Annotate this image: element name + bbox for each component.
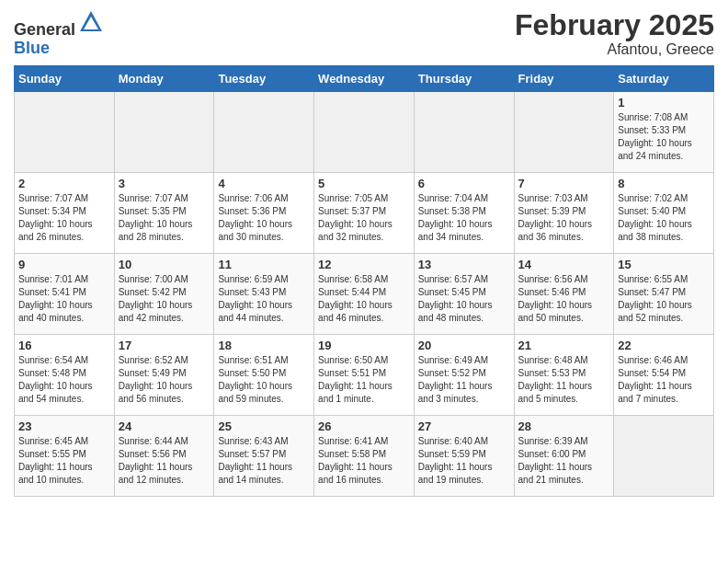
day-detail: Sunrise: 6:45 AM Sunset: 5:55 PM Dayligh…: [18, 435, 110, 487]
day-number: 24: [119, 419, 210, 433]
day-detail: Sunrise: 6:40 AM Sunset: 5:59 PM Dayligh…: [418, 435, 510, 487]
weekday-header-tuesday: Tuesday: [214, 66, 314, 92]
page-container: General Blue February 2025 Afantou, Gree…: [0, 0, 728, 506]
calendar-cell: 21Sunrise: 6:48 AM Sunset: 5:53 PM Dayli…: [514, 335, 614, 416]
day-number: 3: [119, 177, 210, 190]
day-number: 19: [318, 339, 410, 352]
day-number: 1: [618, 96, 710, 109]
weekday-header-saturday: Saturday: [614, 66, 714, 92]
calendar-cell: 8Sunrise: 7:02 AM Sunset: 5:40 PM Daylig…: [614, 173, 714, 254]
calendar-cell: [614, 416, 714, 497]
calendar-cell: 11Sunrise: 6:59 AM Sunset: 5:43 PM Dayli…: [214, 254, 314, 335]
day-number: 6: [418, 177, 510, 190]
calendar-cell: 5Sunrise: 7:05 AM Sunset: 5:37 PM Daylig…: [314, 173, 415, 254]
day-detail: Sunrise: 7:02 AM Sunset: 5:40 PM Dayligh…: [618, 192, 710, 244]
day-detail: Sunrise: 7:08 AM Sunset: 5:33 PM Dayligh…: [618, 111, 710, 163]
day-number: 25: [218, 419, 310, 433]
calendar-week-row: 16Sunrise: 6:54 AM Sunset: 5:48 PM Dayli…: [15, 335, 714, 416]
calendar-cell: 27Sunrise: 6:40 AM Sunset: 5:59 PM Dayli…: [414, 416, 514, 497]
calendar-cell: 19Sunrise: 6:50 AM Sunset: 5:51 PM Dayli…: [314, 335, 415, 416]
calendar-cell: 26Sunrise: 6:41 AM Sunset: 5:58 PM Dayli…: [314, 416, 415, 497]
day-number: 7: [518, 177, 610, 190]
calendar-week-row: 1Sunrise: 7:08 AM Sunset: 5:33 PM Daylig…: [15, 92, 714, 173]
calendar-cell: 15Sunrise: 6:55 AM Sunset: 5:47 PM Dayli…: [614, 254, 714, 335]
day-number: 26: [318, 419, 410, 433]
day-detail: Sunrise: 6:52 AM Sunset: 5:49 PM Dayligh…: [119, 354, 210, 406]
day-number: 13: [418, 258, 510, 271]
calendar-cell: 9Sunrise: 7:01 AM Sunset: 5:41 PM Daylig…: [15, 254, 115, 335]
calendar-cell: 2Sunrise: 7:07 AM Sunset: 5:34 PM Daylig…: [15, 173, 115, 254]
calendar-cell: [15, 92, 115, 173]
day-detail: Sunrise: 7:04 AM Sunset: 5:38 PM Dayligh…: [418, 192, 510, 244]
calendar-cell: 23Sunrise: 6:45 AM Sunset: 5:55 PM Dayli…: [15, 416, 115, 497]
logo-icon: [78, 9, 104, 35]
calendar-cell: 6Sunrise: 7:04 AM Sunset: 5:38 PM Daylig…: [414, 173, 514, 254]
logo-blue-text: Blue: [14, 39, 50, 57]
weekday-header-monday: Monday: [114, 66, 214, 92]
calendar-week-row: 23Sunrise: 6:45 AM Sunset: 5:55 PM Dayli…: [15, 416, 714, 497]
day-detail: Sunrise: 7:05 AM Sunset: 5:37 PM Dayligh…: [318, 192, 410, 244]
day-number: 17: [119, 339, 210, 352]
day-detail: Sunrise: 6:49 AM Sunset: 5:52 PM Dayligh…: [418, 354, 510, 406]
day-number: 4: [218, 177, 310, 190]
day-detail: Sunrise: 6:43 AM Sunset: 5:57 PM Dayligh…: [218, 435, 310, 487]
day-detail: Sunrise: 6:50 AM Sunset: 5:51 PM Dayligh…: [318, 354, 410, 406]
day-detail: Sunrise: 6:59 AM Sunset: 5:43 PM Dayligh…: [218, 273, 310, 325]
calendar-cell: [414, 92, 514, 173]
day-detail: Sunrise: 6:55 AM Sunset: 5:47 PM Dayligh…: [618, 273, 710, 325]
weekday-header-friday: Friday: [514, 66, 614, 92]
calendar-cell: 20Sunrise: 6:49 AM Sunset: 5:52 PM Dayli…: [414, 335, 514, 416]
logo: General Blue: [14, 9, 104, 58]
day-number: 10: [119, 258, 210, 271]
calendar-cell: 28Sunrise: 6:39 AM Sunset: 6:00 PM Dayli…: [514, 416, 614, 497]
calendar-cell: 10Sunrise: 7:00 AM Sunset: 5:42 PM Dayli…: [114, 254, 214, 335]
day-number: 16: [18, 339, 110, 352]
day-number: 5: [318, 177, 410, 190]
page-header: General Blue February 2025 Afantou, Gree…: [14, 9, 714, 58]
calendar-cell: 17Sunrise: 6:52 AM Sunset: 5:49 PM Dayli…: [114, 335, 214, 416]
calendar-week-row: 2Sunrise: 7:07 AM Sunset: 5:34 PM Daylig…: [15, 173, 714, 254]
calendar-cell: 4Sunrise: 7:06 AM Sunset: 5:36 PM Daylig…: [214, 173, 314, 254]
logo-general-text: General: [14, 20, 75, 39]
weekday-header-sunday: Sunday: [15, 66, 115, 92]
day-number: 11: [218, 258, 310, 271]
title-block: February 2025 Afantou, Greece: [515, 9, 714, 58]
day-detail: Sunrise: 7:01 AM Sunset: 5:41 PM Dayligh…: [18, 273, 110, 325]
day-detail: Sunrise: 6:57 AM Sunset: 5:45 PM Dayligh…: [418, 273, 510, 325]
calendar-subtitle: Afantou, Greece: [515, 41, 714, 58]
day-number: 23: [18, 419, 110, 433]
weekday-header-thursday: Thursday: [414, 66, 514, 92]
day-detail: Sunrise: 7:06 AM Sunset: 5:36 PM Dayligh…: [218, 192, 310, 244]
weekday-header-wednesday: Wednesday: [314, 66, 415, 92]
calendar-week-row: 9Sunrise: 7:01 AM Sunset: 5:41 PM Daylig…: [15, 254, 714, 335]
day-detail: Sunrise: 6:46 AM Sunset: 5:54 PM Dayligh…: [618, 354, 710, 406]
day-detail: Sunrise: 7:00 AM Sunset: 5:42 PM Dayligh…: [119, 273, 210, 325]
day-number: 20: [418, 339, 510, 352]
day-number: 21: [518, 339, 610, 352]
day-detail: Sunrise: 7:07 AM Sunset: 5:34 PM Dayligh…: [18, 192, 110, 244]
calendar-cell: 3Sunrise: 7:07 AM Sunset: 5:35 PM Daylig…: [114, 173, 214, 254]
calendar-cell: 25Sunrise: 6:43 AM Sunset: 5:57 PM Dayli…: [214, 416, 314, 497]
day-number: 2: [18, 177, 110, 190]
calendar-table: SundayMondayTuesdayWednesdayThursdayFrid…: [14, 65, 714, 497]
calendar-cell: 22Sunrise: 6:46 AM Sunset: 5:54 PM Dayli…: [614, 335, 714, 416]
calendar-cell: 16Sunrise: 6:54 AM Sunset: 5:48 PM Dayli…: [15, 335, 115, 416]
day-detail: Sunrise: 6:58 AM Sunset: 5:44 PM Dayligh…: [318, 273, 410, 325]
day-detail: Sunrise: 6:51 AM Sunset: 5:50 PM Dayligh…: [218, 354, 310, 406]
calendar-cell: 14Sunrise: 6:56 AM Sunset: 5:46 PM Dayli…: [514, 254, 614, 335]
day-detail: Sunrise: 6:56 AM Sunset: 5:46 PM Dayligh…: [518, 273, 610, 325]
day-number: 22: [618, 339, 710, 352]
day-number: 27: [418, 419, 510, 433]
calendar-cell: [214, 92, 314, 173]
day-number: 12: [318, 258, 410, 271]
calendar-cell: 24Sunrise: 6:44 AM Sunset: 5:56 PM Dayli…: [114, 416, 214, 497]
calendar-cell: [114, 92, 214, 173]
day-detail: Sunrise: 7:07 AM Sunset: 5:35 PM Dayligh…: [119, 192, 210, 244]
day-detail: Sunrise: 6:39 AM Sunset: 6:00 PM Dayligh…: [518, 435, 610, 487]
day-detail: Sunrise: 6:44 AM Sunset: 5:56 PM Dayligh…: [119, 435, 210, 487]
day-number: 8: [618, 177, 710, 190]
day-number: 9: [18, 258, 110, 271]
calendar-cell: 18Sunrise: 6:51 AM Sunset: 5:50 PM Dayli…: [214, 335, 314, 416]
day-detail: Sunrise: 6:41 AM Sunset: 5:58 PM Dayligh…: [318, 435, 410, 487]
calendar-cell: 7Sunrise: 7:03 AM Sunset: 5:39 PM Daylig…: [514, 173, 614, 254]
